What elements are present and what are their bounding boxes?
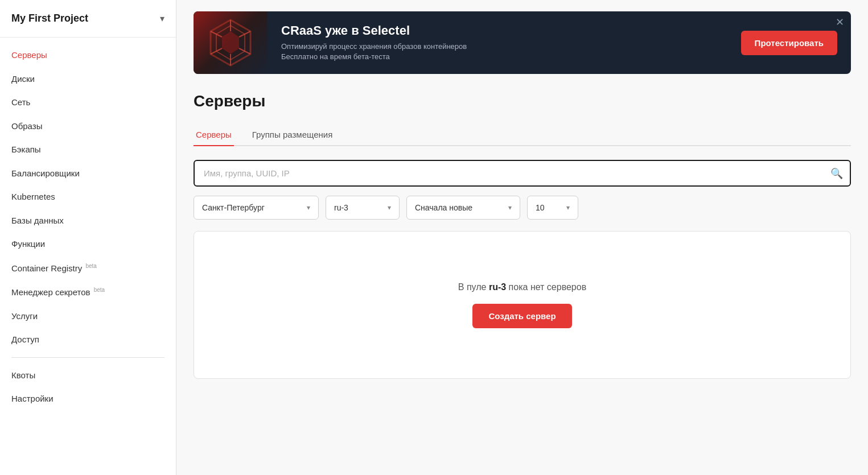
- svg-marker-2: [222, 31, 239, 54]
- banner-graphic: [194, 11, 268, 74]
- sidebar-item-backups[interactable]: Бэкапы: [0, 138, 176, 162]
- banner-close-button[interactable]: ✕: [836, 17, 844, 27]
- sort-filter-value: Сначала новые: [415, 203, 472, 212]
- banner-subtitle-line2: Бесплатно на время бета-теста: [281, 52, 390, 61]
- main-content: CRaaS уже в Selectel Оптимизируй процесс…: [176, 0, 868, 475]
- sidebar-item-access[interactable]: Доступ: [0, 328, 176, 352]
- sidebar: My First Project ▾ Серверы Диски Сеть Об…: [0, 0, 176, 475]
- empty-state-text: В пуле ru-3 пока нет серверов: [458, 282, 586, 292]
- count-filter-value: 10: [536, 203, 545, 212]
- sidebar-item-network[interactable]: Сеть: [0, 90, 176, 114]
- banner-subtitle-line1: Оптимизируй процесс хранения образов кон…: [281, 42, 467, 51]
- sidebar-item-disks[interactable]: Диски: [0, 67, 176, 91]
- city-filter[interactable]: Санкт-Петербург ▾: [194, 196, 319, 220]
- pool-filter-value: ru-3: [334, 203, 348, 212]
- empty-state: В пуле ru-3 пока нет серверов Создать се…: [194, 231, 851, 379]
- count-filter[interactable]: 10 ▾: [527, 196, 578, 220]
- tab-servers[interactable]: Серверы: [194, 124, 234, 146]
- filters: Санкт-Петербург ▾ ru-3 ▾ Сначала новые ▾…: [194, 196, 851, 220]
- sidebar-nav: Серверы Диски Сеть Образы Бэкапы Баланси…: [0, 38, 176, 475]
- sidebar-divider: [11, 357, 164, 358]
- project-title: My First Project: [11, 13, 88, 24]
- sidebar-item-images[interactable]: Образы: [0, 114, 176, 138]
- sidebar-item-databases[interactable]: Базы данных: [0, 209, 176, 233]
- search-input[interactable]: [194, 160, 851, 187]
- sort-filter[interactable]: Сначала новые ▾: [406, 196, 520, 220]
- craas-banner: CRaaS уже в Selectel Оптимизируй процесс…: [194, 11, 851, 74]
- sidebar-item-servers[interactable]: Серверы: [0, 43, 176, 67]
- sidebar-item-quotas[interactable]: Квоты: [0, 364, 176, 387]
- create-server-button[interactable]: Создать сервер: [472, 304, 571, 328]
- city-filter-value: Санкт-Петербург: [202, 203, 265, 212]
- tab-placement-groups[interactable]: Группы размещения: [250, 124, 335, 146]
- banner-title: CRaaS уже в Selectel: [281, 23, 727, 38]
- search-wrapper: 🔍: [194, 160, 851, 187]
- test-button[interactable]: Протестировать: [741, 31, 837, 55]
- pool-name-highlight: ru-3: [489, 282, 506, 292]
- sidebar-item-balancers[interactable]: Балансировщики: [0, 162, 176, 185]
- city-chevron-icon: ▾: [307, 204, 310, 212]
- sidebar-item-functions[interactable]: Функции: [0, 232, 176, 256]
- pool-filter[interactable]: ru-3 ▾: [326, 196, 400, 220]
- chevron-down-icon: ▾: [160, 13, 164, 24]
- sidebar-item-container-registry[interactable]: Container Registry beta: [0, 256, 176, 280]
- pool-chevron-icon: ▾: [388, 204, 391, 212]
- count-chevron-icon: ▾: [566, 204, 570, 212]
- sidebar-item-kubernetes[interactable]: Kubernetes: [0, 185, 176, 209]
- sidebar-item-settings[interactable]: Настройки: [0, 387, 176, 411]
- sidebar-item-secrets-manager[interactable]: Менеджер секретов beta: [0, 280, 176, 304]
- sidebar-header[interactable]: My First Project ▾: [0, 0, 176, 38]
- tabs: Серверы Группы размещения: [194, 124, 851, 146]
- banner-text: CRaaS уже в Selectel Оптимизируй процесс…: [268, 13, 741, 72]
- page-title: Серверы: [194, 92, 851, 110]
- sort-chevron-icon: ▾: [508, 204, 512, 212]
- banner-subtitle: Оптимизируй процесс хранения образов кон…: [281, 42, 727, 62]
- sidebar-item-services[interactable]: Услуги: [0, 304, 176, 328]
